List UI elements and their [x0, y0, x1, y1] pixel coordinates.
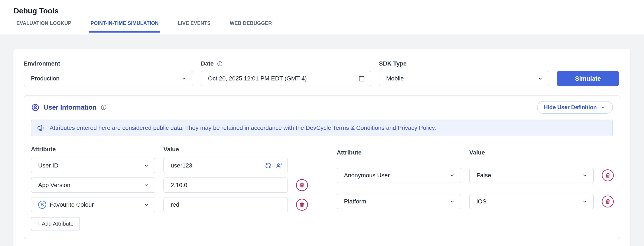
chevron-down-icon	[144, 182, 150, 188]
attribute-column-header: Attribute	[31, 145, 155, 154]
attributes-right-column: Attribute Value Anonymous User False	[337, 145, 614, 212]
chevron-up-icon	[600, 104, 606, 110]
attribute-select-anonymous-user[interactable]: Anonymous User	[337, 168, 461, 183]
chevron-down-icon	[537, 75, 544, 82]
user-plus-icon[interactable]	[276, 162, 283, 169]
date-label: Date	[201, 60, 371, 67]
anonymous-user-value-select[interactable]: False	[469, 168, 594, 183]
chevron-down-icon	[181, 75, 187, 82]
value-column-header: Value	[164, 145, 288, 154]
favourite-colour-value-input[interactable]	[164, 197, 288, 212]
chevron-down-icon	[449, 172, 455, 178]
sdk-type-value: Mobile	[386, 75, 404, 82]
chevron-down-icon	[144, 163, 150, 169]
sdk-type-select[interactable]: Mobile	[379, 71, 550, 86]
user-id-value-cell	[164, 158, 288, 173]
tab-live-events[interactable]: LIVE EVENTS	[176, 20, 212, 32]
attribute-select-favourite-colour[interactable]: S Favourite Colour	[31, 197, 155, 212]
add-attribute-button[interactable]: + Add Attribute	[31, 217, 80, 231]
sdk-type-field: SDK Type Mobile	[379, 60, 550, 86]
chevron-down-icon	[582, 199, 588, 205]
environment-label: Environment	[24, 60, 193, 67]
simulate-button[interactable]: Simulate	[557, 71, 619, 86]
delete-platform-button[interactable]	[602, 196, 614, 208]
attribute-select-app-version[interactable]: App Version	[31, 178, 155, 193]
chevron-down-icon	[449, 199, 455, 205]
info-icon[interactable]	[217, 61, 223, 67]
tab-point-in-time-simulation[interactable]: POINT-IN-TIME SIMULATION	[89, 20, 160, 32]
sdk-type-label: SDK Type	[379, 60, 550, 67]
attribute-select-user-id[interactable]: User ID	[31, 158, 155, 173]
trash-icon	[604, 172, 611, 179]
simulation-card: Environment Production Date Oct 20, 2025…	[14, 49, 630, 246]
delete-anonymous-user-button[interactable]	[602, 169, 614, 181]
chevron-down-icon	[144, 202, 150, 208]
attributes-left-column: Attribute Value User ID	[31, 145, 308, 212]
user-information-title: User Information	[44, 104, 96, 111]
chevron-down-icon	[582, 172, 588, 178]
platform-value-select[interactable]: iOS	[469, 194, 594, 209]
page-header: Debug Tools EVALUATION LOOKUP POINT-IN-T…	[0, 0, 644, 34]
simulation-controls-row: Environment Production Date Oct 20, 2025…	[24, 60, 620, 86]
attribute-column-header: Attribute	[337, 148, 461, 157]
trash-icon	[299, 202, 305, 208]
user-circle-icon	[31, 103, 40, 112]
date-field: Date Oct 20, 2025 12:01 PM EDT (GMT-4)	[201, 60, 371, 86]
hide-user-definition-button[interactable]: Hide User Definition	[537, 101, 613, 114]
attributes-grid: Attribute Value User ID	[31, 145, 613, 212]
environment-value: Production	[31, 75, 60, 82]
tab-evaluation-lookup[interactable]: EVALUATION LOOKUP	[15, 20, 73, 32]
megaphone-icon	[37, 124, 45, 132]
tab-web-debugger[interactable]: WEB DEBUGGER	[228, 20, 274, 32]
app-version-value-input[interactable]	[164, 178, 288, 193]
regenerate-user-id-icon[interactable]	[264, 162, 272, 169]
public-data-notice: Attributes entered here are considered p…	[31, 120, 613, 136]
info-icon[interactable]	[100, 104, 107, 111]
calendar-icon[interactable]	[358, 75, 365, 82]
date-input[interactable]: Oct 20, 2025 12:01 PM EDT (GMT-4)	[201, 71, 371, 86]
environment-select[interactable]: Production	[24, 71, 193, 86]
tab-bar: EVALUATION LOOKUP POINT-IN-TIME SIMULATI…	[15, 20, 644, 32]
value-column-header: Value	[469, 148, 594, 157]
delete-app-version-button[interactable]	[296, 179, 308, 191]
public-data-notice-text: Attributes entered here are considered p…	[50, 124, 436, 131]
user-information-header: User Information Hide User Definition	[31, 101, 613, 114]
delete-favourite-colour-button[interactable]	[296, 199, 308, 211]
page-title: Debug Tools	[0, 0, 644, 15]
environment-field: Environment Production	[24, 60, 193, 86]
trash-icon	[604, 198, 611, 205]
trash-icon	[299, 182, 305, 188]
user-information-panel: User Information Hide User Definition At…	[24, 95, 620, 239]
string-type-badge: S	[38, 201, 46, 209]
attribute-select-platform[interactable]: Platform	[337, 194, 461, 209]
date-value: Oct 20, 2025 12:01 PM EDT (GMT-4)	[208, 75, 307, 82]
